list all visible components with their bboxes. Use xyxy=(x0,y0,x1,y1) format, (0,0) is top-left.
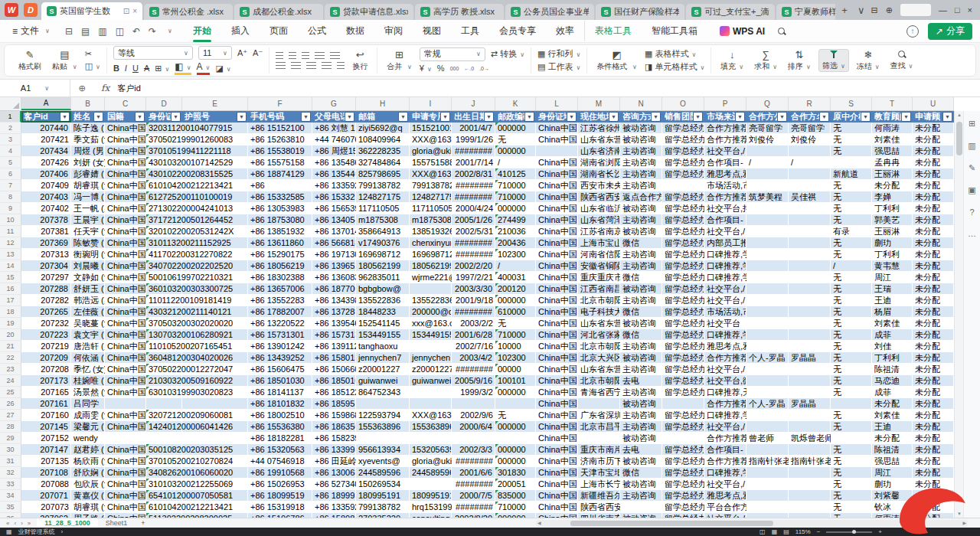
cell[interactable]: 指南针张老 xyxy=(789,456,831,467)
cell[interactable]: 未分配 xyxy=(913,283,954,295)
cell[interactable]: China中国 xyxy=(105,387,146,398)
cell[interactable]: 1999/3/2 xyxy=(452,387,495,398)
cell[interactable]: China中国 xyxy=(536,456,578,467)
cell[interactable]: China中国 xyxy=(105,295,146,306)
cell[interactable]: v17490376 xyxy=(356,237,410,249)
cell[interactable]: 个人-罗晶 xyxy=(746,398,789,410)
cell[interactable]: 山东省东营 xyxy=(578,364,620,375)
cell[interactable] xyxy=(789,226,831,237)
cell[interactable]: 未分配 xyxy=(913,226,954,237)
cell[interactable]: 未分配 xyxy=(913,467,954,479)
cell[interactable]: 留学总经办 xyxy=(662,123,704,134)
row-number[interactable]: 27 xyxy=(0,410,21,421)
view-normal-icon[interactable]: ◫ xyxy=(760,528,766,535)
cell[interactable]: 被动咨询 xyxy=(620,352,662,364)
cell[interactable]: China中国 xyxy=(105,467,146,479)
cell[interactable] xyxy=(789,341,831,352)
cell[interactable]: 00000 xyxy=(495,364,536,375)
cell[interactable]: 无 xyxy=(831,237,872,249)
cell[interactable]: China中国 xyxy=(536,318,578,329)
cell[interactable]: China中国 xyxy=(105,191,146,203)
cell[interactable]: 主动咨询 xyxy=(620,387,662,398)
cell[interactable]: 彭睿婧 (女 xyxy=(71,168,105,180)
column-header-R[interactable]: R xyxy=(789,97,831,110)
menu-item-视图[interactable]: 视图 xyxy=(413,21,451,41)
row-number[interactable]: 23 xyxy=(0,364,21,375)
cell[interactable]: 未分配 xyxy=(913,272,954,283)
cell[interactable]: 被动咨询 xyxy=(620,283,662,295)
cell[interactable]: 留学总经办 xyxy=(662,364,704,375)
cell[interactable] xyxy=(789,490,831,502)
cell[interactable]: 155363896 xyxy=(356,421,410,433)
cell[interactable]: China中国 xyxy=(105,352,146,364)
cell[interactable]: 留学总经办 xyxy=(662,502,704,513)
cell[interactable] xyxy=(452,433,495,444)
cell[interactable]: 169698712 xyxy=(410,249,452,260)
row-number[interactable]: 8 xyxy=(0,191,21,203)
cell[interactable]: 未分配 xyxy=(913,433,954,444)
cell[interactable] xyxy=(356,433,410,444)
cell[interactable]: 凯烁曾老师 xyxy=(789,433,831,444)
cell[interactable]: 主动咨询 xyxy=(620,410,662,421)
filter-dropdown-button[interactable]: ▼ xyxy=(736,113,744,121)
cell[interactable]: 雅思考点,雅 xyxy=(704,490,746,502)
cell[interactable] xyxy=(746,272,789,283)
cell[interactable]: 留学总经办 xyxy=(662,191,704,203)
cell[interactable]: 未分配 xyxy=(913,398,954,410)
menu-item-数据[interactable]: 数据 xyxy=(336,21,374,41)
rail-tool-icon-1[interactable]: ▥ xyxy=(968,141,975,151)
cell[interactable]: 留学总经办 xyxy=(662,168,704,180)
cell[interactable]: 马恋迪 xyxy=(872,375,913,387)
name-box[interactable]: A1∨ xyxy=(0,80,70,96)
cell[interactable] xyxy=(746,421,789,433)
cell[interactable]: 合作方推荐 xyxy=(704,191,746,203)
cell[interactable]: 无 xyxy=(831,456,872,467)
undo-icon[interactable]: ↶ xyxy=(132,26,140,37)
header-cell[interactable]: 申请专用▼ xyxy=(410,111,452,123)
cell[interactable] xyxy=(789,329,831,341)
cell[interactable]: 北京大兴区 xyxy=(578,352,620,364)
cell[interactable]: +86 18753080 xyxy=(248,214,312,226)
cell[interactable]: 留学总经办 xyxy=(662,134,704,145)
cell[interactable]: 未分配 xyxy=(913,134,954,145)
cell[interactable]: +86 1300682663 xyxy=(312,467,356,479)
header-cell[interactable]: 邮箱▼ xyxy=(356,111,410,123)
cell[interactable]: China中国 xyxy=(105,444,146,456)
cell[interactable]: 1999/1/26 xyxy=(452,134,495,145)
cell[interactable]: 370503200302020020 xyxy=(146,318,182,329)
cell[interactable]: +86 18501030 xyxy=(248,375,312,387)
cell[interactable]: 广东省深圳 xyxy=(578,410,620,421)
cell[interactable]: 主动咨询 xyxy=(620,341,662,352)
cell[interactable]: +86 13901242 xyxy=(248,341,312,352)
currency-icon[interactable]: ¥∨ xyxy=(420,64,432,74)
cell[interactable]: 360481200304020026 xyxy=(146,352,182,364)
cell[interactable]: 110105200207165451 xyxy=(146,341,182,352)
cell[interactable]: China中国 xyxy=(536,490,578,502)
decrease-font-icon[interactable]: A⁻ xyxy=(253,48,263,58)
cell[interactable]: China中国 xyxy=(105,168,146,180)
cell[interactable]: 未分配 xyxy=(872,398,913,410)
cell[interactable]: 留学总经办 xyxy=(662,444,704,456)
cell[interactable]: 安徽省铜陵 xyxy=(578,260,620,272)
eraser-button[interactable]: ◪∨ xyxy=(215,64,230,74)
cell[interactable]: 2001/6/28 xyxy=(452,329,495,341)
cell[interactable] xyxy=(746,180,789,191)
cell[interactable]: +86 田延岭1395 xyxy=(312,456,356,467)
cell[interactable]: 207160 xyxy=(21,410,71,421)
row-number[interactable]: 2 xyxy=(0,123,21,134)
cell[interactable]: 亮哥留学 xyxy=(746,123,789,134)
cell[interactable]: / xyxy=(495,260,536,272)
cell[interactable]: ######## xyxy=(452,364,495,375)
cell[interactable]: m1875308 xyxy=(410,214,452,226)
cell[interactable]: China中国 xyxy=(536,398,578,410)
cell[interactable]: 西安市未央 xyxy=(578,180,620,191)
cell[interactable]: ######## xyxy=(452,502,495,513)
filter-dropdown-button[interactable]: ▼ xyxy=(172,113,180,121)
cell[interactable]: +86 1533258500 xyxy=(312,191,356,203)
cell[interactable] xyxy=(452,398,495,410)
cell[interactable]: 刘素佳 xyxy=(872,134,913,145)
cell[interactable]: 未分配 xyxy=(913,364,954,375)
borders-button[interactable]: ⊞∨ xyxy=(155,64,169,74)
cell[interactable]: +86 1339985047 xyxy=(312,444,356,456)
row-number[interactable]: 20 xyxy=(0,329,21,341)
